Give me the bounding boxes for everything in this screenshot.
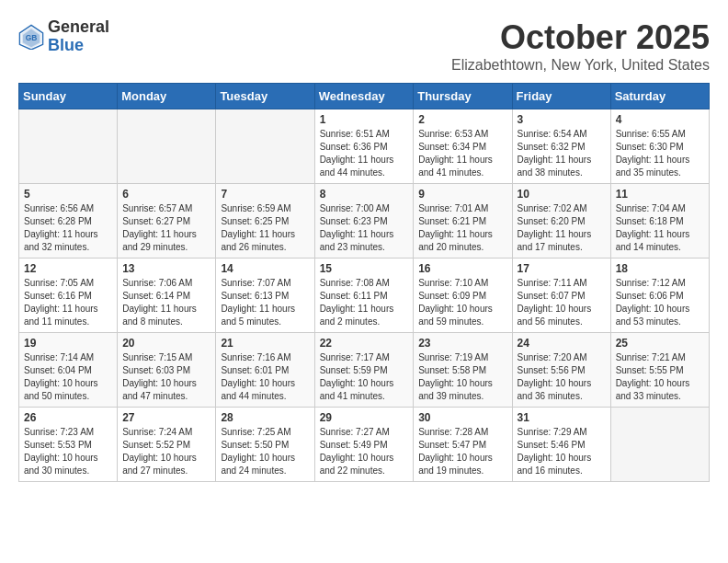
day-info: Sunrise: 6:51 AM Sunset: 6:36 PM Dayligh…	[320, 128, 409, 179]
day-number: 20	[122, 337, 210, 350]
day-number: 11	[616, 188, 704, 201]
day-info: Sunrise: 6:57 AM Sunset: 6:27 PM Dayligh…	[122, 202, 210, 254]
month-title: October 2025	[451, 18, 710, 57]
day-header-sunday: Sunday	[19, 84, 118, 109]
calendar-cell: 18Sunrise: 7:12 AM Sunset: 6:06 PM Dayli…	[610, 259, 709, 333]
day-number: 21	[221, 337, 309, 350]
calendar-week-row: 12Sunrise: 7:05 AM Sunset: 6:16 PM Dayli…	[19, 259, 710, 333]
day-info: Sunrise: 7:21 AM Sunset: 5:55 PM Dayligh…	[616, 351, 704, 403]
calendar-cell: 31Sunrise: 7:29 AM Sunset: 5:46 PM Dayli…	[512, 408, 610, 482]
location: Elizabethtown, New York, United States	[451, 57, 710, 74]
day-info: Sunrise: 7:11 AM Sunset: 6:07 PM Dayligh…	[518, 277, 606, 328]
calendar-cell: 16Sunrise: 7:10 AM Sunset: 6:09 PM Dayli…	[414, 259, 512, 333]
calendar-table: SundayMondayTuesdayWednesdayThursdayFrid…	[18, 83, 710, 482]
day-info: Sunrise: 6:59 AM Sunset: 6:25 PM Dayligh…	[221, 202, 309, 254]
day-info: Sunrise: 7:28 AM Sunset: 5:47 PM Dayligh…	[418, 426, 506, 477]
day-info: Sunrise: 6:56 AM Sunset: 6:28 PM Dayligh…	[24, 202, 112, 254]
day-number: 15	[320, 262, 409, 275]
calendar-cell: 25Sunrise: 7:21 AM Sunset: 5:55 PM Dayli…	[610, 333, 709, 408]
day-number: 8	[320, 188, 409, 201]
calendar-week-row: 26Sunrise: 7:23 AM Sunset: 5:53 PM Dayli…	[19, 408, 710, 482]
day-number: 22	[320, 337, 409, 350]
day-info: Sunrise: 6:54 AM Sunset: 6:32 PM Dayligh…	[518, 128, 606, 179]
calendar-cell: 29Sunrise: 7:27 AM Sunset: 5:49 PM Dayli…	[314, 408, 414, 482]
calendar-cell: 5Sunrise: 6:56 AM Sunset: 6:28 PM Daylig…	[19, 184, 118, 259]
calendar-cell: 12Sunrise: 7:05 AM Sunset: 6:16 PM Dayli…	[19, 259, 118, 333]
day-number: 18	[616, 262, 704, 275]
calendar-cell: 19Sunrise: 7:14 AM Sunset: 6:04 PM Dayli…	[19, 333, 118, 408]
day-number: 9	[418, 188, 506, 201]
day-info: Sunrise: 7:27 AM Sunset: 5:49 PM Dayligh…	[320, 426, 409, 477]
calendar-cell: 2Sunrise: 6:53 AM Sunset: 6:34 PM Daylig…	[414, 109, 512, 184]
day-number: 29	[320, 411, 409, 424]
day-number: 6	[122, 188, 210, 201]
day-info: Sunrise: 7:02 AM Sunset: 6:20 PM Dayligh…	[518, 202, 606, 254]
calendar-cell: 15Sunrise: 7:08 AM Sunset: 6:11 PM Dayli…	[314, 259, 414, 333]
day-number: 3	[518, 113, 606, 126]
day-header-saturday: Saturday	[610, 84, 709, 109]
day-info: Sunrise: 7:01 AM Sunset: 6:21 PM Dayligh…	[418, 202, 506, 254]
day-number: 17	[518, 262, 606, 275]
day-header-thursday: Thursday	[414, 84, 512, 109]
day-number: 19	[24, 337, 112, 350]
calendar-cell: 9Sunrise: 7:01 AM Sunset: 6:21 PM Daylig…	[414, 184, 512, 259]
day-number: 12	[24, 262, 112, 275]
calendar-cell: 11Sunrise: 7:04 AM Sunset: 6:18 PM Dayli…	[610, 184, 709, 259]
calendar-week-row: 19Sunrise: 7:14 AM Sunset: 6:04 PM Dayli…	[19, 333, 710, 408]
day-number: 2	[418, 113, 506, 126]
day-info: Sunrise: 7:19 AM Sunset: 5:58 PM Dayligh…	[418, 351, 506, 403]
day-info: Sunrise: 7:08 AM Sunset: 6:11 PM Dayligh…	[320, 277, 409, 328]
calendar-cell: 13Sunrise: 7:06 AM Sunset: 6:14 PM Dayli…	[118, 259, 216, 333]
page-header: GB General Blue October 2025 Elizabethto…	[18, 18, 710, 74]
day-number: 5	[24, 188, 112, 201]
calendar-cell: 10Sunrise: 7:02 AM Sunset: 6:20 PM Dayli…	[512, 184, 610, 259]
calendar-cell: 17Sunrise: 7:11 AM Sunset: 6:07 PM Dayli…	[512, 259, 610, 333]
title-section: October 2025 Elizabethtown, New York, Un…	[451, 18, 710, 74]
day-info: Sunrise: 7:04 AM Sunset: 6:18 PM Dayligh…	[616, 202, 704, 254]
day-info: Sunrise: 7:15 AM Sunset: 6:03 PM Dayligh…	[122, 351, 210, 403]
day-header-monday: Monday	[118, 84, 216, 109]
day-info: Sunrise: 6:53 AM Sunset: 6:34 PM Dayligh…	[418, 128, 506, 179]
day-info: Sunrise: 7:07 AM Sunset: 6:13 PM Dayligh…	[221, 277, 309, 328]
day-header-wednesday: Wednesday	[314, 84, 414, 109]
calendar-cell: 14Sunrise: 7:07 AM Sunset: 6:13 PM Dayli…	[216, 259, 314, 333]
day-info: Sunrise: 7:29 AM Sunset: 5:46 PM Dayligh…	[518, 426, 606, 477]
calendar-cell	[216, 109, 314, 184]
logo-text: General Blue	[48, 18, 109, 55]
calendar-cell	[610, 408, 709, 482]
day-info: Sunrise: 7:00 AM Sunset: 6:23 PM Dayligh…	[320, 202, 409, 254]
calendar-header-row: SundayMondayTuesdayWednesdayThursdayFrid…	[19, 84, 710, 109]
calendar-cell: 3Sunrise: 6:54 AM Sunset: 6:32 PM Daylig…	[512, 109, 610, 184]
day-number: 30	[418, 411, 506, 424]
calendar-cell: 22Sunrise: 7:17 AM Sunset: 5:59 PM Dayli…	[314, 333, 414, 408]
calendar-week-row: 5Sunrise: 6:56 AM Sunset: 6:28 PM Daylig…	[19, 184, 710, 259]
calendar-cell: 21Sunrise: 7:16 AM Sunset: 6:01 PM Dayli…	[216, 333, 314, 408]
logo: GB General Blue	[18, 18, 109, 55]
logo-icon: GB	[18, 24, 44, 50]
day-number: 25	[616, 337, 704, 350]
day-info: Sunrise: 6:55 AM Sunset: 6:30 PM Dayligh…	[616, 128, 704, 179]
day-info: Sunrise: 7:05 AM Sunset: 6:16 PM Dayligh…	[24, 277, 112, 328]
day-header-tuesday: Tuesday	[216, 84, 314, 109]
day-info: Sunrise: 7:10 AM Sunset: 6:09 PM Dayligh…	[418, 277, 506, 328]
calendar-cell: 23Sunrise: 7:19 AM Sunset: 5:58 PM Dayli…	[414, 333, 512, 408]
day-info: Sunrise: 7:20 AM Sunset: 5:56 PM Dayligh…	[518, 351, 606, 403]
day-info: Sunrise: 7:12 AM Sunset: 6:06 PM Dayligh…	[616, 277, 704, 328]
day-number: 27	[122, 411, 210, 424]
svg-text:GB: GB	[26, 33, 38, 42]
calendar-cell	[19, 109, 118, 184]
day-info: Sunrise: 7:16 AM Sunset: 6:01 PM Dayligh…	[221, 351, 309, 403]
calendar-cell: 20Sunrise: 7:15 AM Sunset: 6:03 PM Dayli…	[118, 333, 216, 408]
calendar-cell: 6Sunrise: 6:57 AM Sunset: 6:27 PM Daylig…	[118, 184, 216, 259]
day-header-friday: Friday	[512, 84, 610, 109]
day-info: Sunrise: 7:24 AM Sunset: 5:52 PM Dayligh…	[122, 426, 210, 477]
day-info: Sunrise: 7:06 AM Sunset: 6:14 PM Dayligh…	[122, 277, 210, 328]
day-info: Sunrise: 7:14 AM Sunset: 6:04 PM Dayligh…	[24, 351, 112, 403]
day-number: 31	[518, 411, 606, 424]
calendar-cell: 4Sunrise: 6:55 AM Sunset: 6:30 PM Daylig…	[610, 109, 709, 184]
day-number: 4	[616, 113, 704, 126]
logo-general: General	[48, 18, 109, 37]
day-number: 13	[122, 262, 210, 275]
day-number: 14	[221, 262, 309, 275]
day-number: 10	[518, 188, 606, 201]
